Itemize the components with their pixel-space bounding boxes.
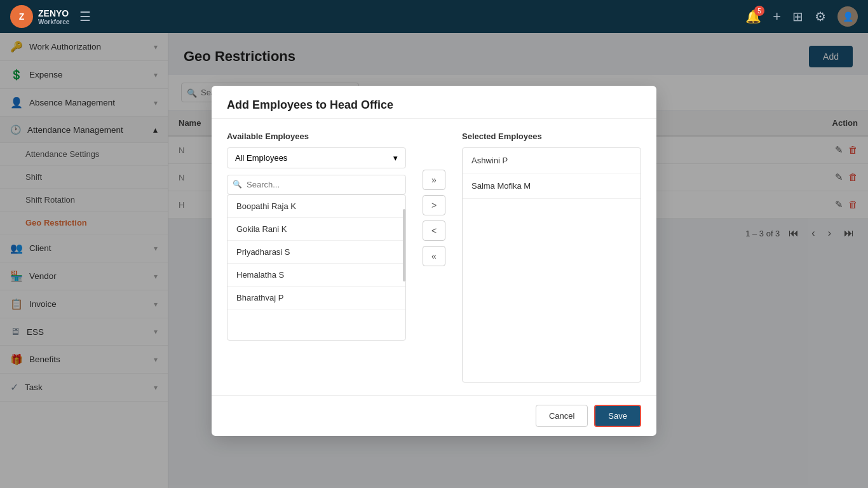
dropdown-chevron-icon: ▾ (393, 153, 398, 163)
list-item[interactable]: Hemalatha S (227, 264, 405, 287)
move-all-left-button[interactable]: « (423, 246, 445, 266)
dropdown-value: All Employees (235, 153, 287, 163)
scrollbar[interactable] (403, 209, 405, 281)
modal-columns: Available Employees All Employees ▾ 🔍 Bo… (227, 132, 641, 383)
modal-header: Add Employees to Head Office (212, 86, 656, 119)
notification-bell[interactable]: 🔔 5 (745, 9, 761, 24)
notification-badge: 5 (754, 6, 764, 16)
modal-body: Available Employees All Employees ▾ 🔍 Bo… (212, 119, 656, 395)
app-logo: Z ZENYO Workforce (10, 5, 69, 28)
list-item[interactable]: Priyadharasi S (227, 241, 405, 264)
selected-label: Selected Employees (462, 132, 641, 141)
grid-icon[interactable]: ⊞ (792, 9, 803, 24)
list-item[interactable]: Bharathvaj P (227, 287, 405, 309)
list-item[interactable]: Gokila Rani K (227, 218, 405, 241)
move-left-button[interactable]: < (423, 220, 445, 241)
available-employees-list: Boopathi Raja K Gokila Rani K Priyadhara… (227, 194, 406, 341)
add-employees-modal: Add Employees to Head Office Available E… (212, 86, 656, 436)
move-all-right-button[interactable]: » (423, 170, 445, 190)
cancel-button[interactable]: Cancel (536, 405, 588, 427)
modal-title: Add Employees to Head Office (227, 98, 641, 112)
transfer-buttons: » > < « (419, 170, 449, 266)
list-item[interactable]: Boopathi Raja K (227, 195, 405, 218)
settings-icon[interactable]: ⚙ (815, 9, 826, 24)
move-right-button[interactable]: > (423, 195, 445, 215)
save-button[interactable]: Save (594, 405, 641, 427)
modal-footer: Cancel Save (212, 395, 656, 436)
selected-employees-col: Selected Employees Ashwini P Salma Mofik… (462, 132, 641, 383)
top-navigation: Z ZENYO Workforce ☰ 🔔 5 + ⊞ ⚙ 👤 (0, 0, 868, 33)
employee-filter-dropdown[interactable]: All Employees ▾ (227, 147, 406, 168)
search-icon: 🔍 (233, 180, 242, 189)
modal-overlay: Add Employees to Head Office Available E… (0, 33, 868, 488)
available-label: Available Employees (227, 132, 406, 141)
user-avatar[interactable]: 👤 (837, 6, 858, 27)
list-item[interactable]: Salma Mofika M (463, 173, 641, 199)
employee-search-input[interactable] (227, 175, 406, 194)
hamburger-icon[interactable]: ☰ (79, 9, 91, 24)
available-employees-col: Available Employees All Employees ▾ 🔍 Bo… (227, 132, 406, 341)
topnav-actions: 🔔 5 + ⊞ ⚙ 👤 (745, 6, 858, 27)
selected-employees-list: Ashwini P Salma Mofika M (462, 147, 641, 383)
list-item[interactable]: Ashwini P (463, 148, 641, 173)
logo-icon: Z (10, 5, 33, 28)
app-name: ZENYO Workforce (38, 8, 69, 25)
add-icon[interactable]: + (773, 8, 781, 25)
